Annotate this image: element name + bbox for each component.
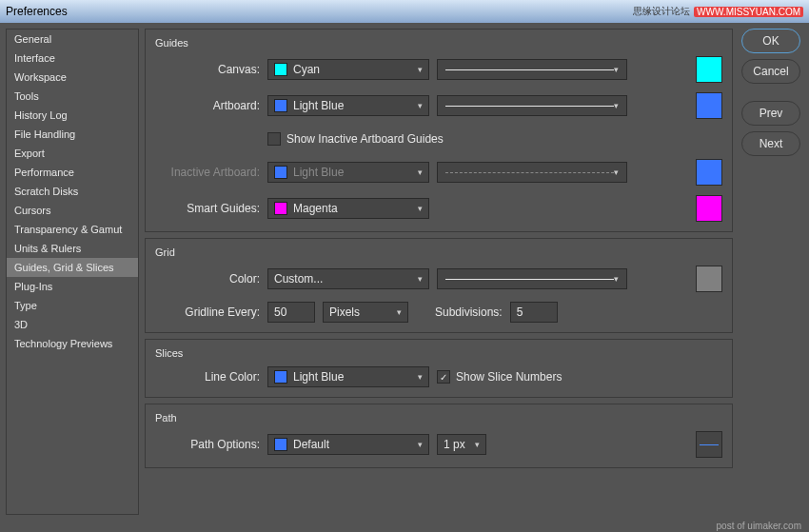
sidebar-item-guides-grid-slices[interactable]: Guides, Grid & Slices [7, 258, 138, 277]
preferences-window: Preferences 思缘设计论坛 WWW.MISSYUAN.COM Gene… [0, 0, 809, 532]
chevron-down-icon: ▾ [614, 101, 619, 110]
smart-swatch-icon [274, 202, 287, 215]
chevron-down-icon: ▾ [614, 167, 619, 177]
sidebar-item-3d[interactable]: 3D [7, 315, 138, 334]
sidebar-item-type[interactable]: Type [7, 296, 138, 315]
subdivisions-label: Subdivisions: [435, 305, 503, 319]
gridline-unit-select[interactable]: Pixels ▾ [323, 302, 408, 323]
grid-color-label: Color: [155, 272, 260, 286]
main-panel: Guides Canvas: Cyan ▾ ▾ Artboard: L [145, 29, 733, 515]
sidebar-item-units-rulers[interactable]: Units & Rulers [7, 239, 138, 258]
next-button[interactable]: Next [741, 131, 800, 156]
sidebar-item-general[interactable]: General [7, 30, 138, 49]
sidebar-item-file-handling[interactable]: File Handling [7, 125, 138, 144]
slices-title: Slices [155, 347, 722, 359]
smart-guides-label: Smart Guides: [155, 202, 260, 215]
prev-button[interactable]: Prev [741, 101, 800, 126]
canvas-color-swatch[interactable] [696, 56, 722, 83]
inactive-color-swatch[interactable] [696, 159, 722, 186]
artboard-color-swatch[interactable] [696, 92, 722, 119]
canvas-select[interactable]: Cyan ▾ [267, 59, 429, 80]
chevron-down-icon: ▾ [614, 274, 619, 284]
chevron-down-icon: ▾ [418, 204, 423, 213]
inactive-swatch-icon [274, 166, 287, 179]
guides-title: Guides [155, 37, 722, 49]
slice-color-label: Line Color: [155, 370, 260, 384]
canvas-label: Canvas: [155, 63, 260, 76]
chevron-down-icon: ▾ [397, 307, 402, 317]
path-swatch-icon [274, 438, 287, 451]
sidebar-item-scratch-disks[interactable]: Scratch Disks [7, 182, 138, 201]
path-options-label: Path Options: [155, 438, 260, 451]
path-options-select[interactable]: Default ▾ [267, 434, 429, 455]
sidebar-item-export[interactable]: Export [7, 144, 138, 163]
sidebar-item-cursors[interactable]: Cursors [7, 201, 138, 220]
artboard-linestyle-select[interactable]: ▾ [437, 95, 627, 116]
window-body: GeneralInterfaceWorkspaceToolsHistory Lo… [0, 23, 809, 521]
path-width-select[interactable]: 1 px ▾ [437, 434, 486, 455]
chevron-down-icon: ▾ [418, 372, 423, 382]
show-slice-numbers-checkbox[interactable]: ✓ [437, 370, 450, 384]
gridline-every-label: Gridline Every: [155, 305, 260, 319]
chevron-down-icon: ▾ [418, 167, 423, 177]
subdivisions-input[interactable] [510, 302, 558, 323]
artboard-label: Artboard: [155, 99, 260, 112]
guides-group: Guides Canvas: Cyan ▾ ▾ Artboard: L [145, 29, 733, 232]
chevron-down-icon: ▾ [418, 101, 423, 110]
ok-button[interactable]: OK [741, 29, 800, 53]
slice-color-select[interactable]: Light Blue ▾ [267, 366, 429, 387]
inactive-linestyle-select: ▾ [437, 162, 627, 183]
cancel-button[interactable]: Cancel [741, 59, 800, 84]
grid-linestyle-select[interactable]: ▾ [437, 268, 627, 289]
smart-guides-select[interactable]: Magenta ▾ [267, 198, 429, 219]
sidebar-item-history-log[interactable]: History Log [7, 106, 138, 125]
category-sidebar: GeneralInterfaceWorkspaceToolsHistory Lo… [6, 29, 139, 515]
smart-color-swatch[interactable] [696, 195, 722, 222]
show-inactive-label: Show Inactive Artboard Guides [286, 132, 444, 146]
gridline-every-input[interactable] [267, 302, 315, 323]
canvas-swatch-icon [274, 63, 287, 76]
sidebar-item-technology-previews[interactable]: Technology Previews [7, 334, 138, 353]
grid-group: Grid Color: Custom... ▾ ▾ Gridline Every… [145, 238, 733, 333]
grid-title: Grid [155, 246, 722, 258]
path-title: Path [155, 412, 722, 424]
watermark: 思缘设计论坛 WWW.MISSYUAN.COM [633, 5, 803, 18]
inactive-artboard-label: Inactive Artboard: [155, 166, 260, 179]
show-inactive-checkbox[interactable] [267, 132, 281, 146]
artboard-select[interactable]: Light Blue ▾ [267, 95, 429, 116]
right-buttons: OK Cancel Prev Next [739, 29, 803, 515]
titlebar: Preferences 思缘设计论坛 WWW.MISSYUAN.COM [0, 0, 809, 23]
canvas-linestyle-select[interactable]: ▾ [437, 59, 627, 80]
chevron-down-icon: ▾ [418, 274, 423, 284]
window-title: Preferences [6, 5, 68, 18]
chevron-down-icon: ▾ [418, 65, 423, 74]
slice-swatch-icon [274, 370, 287, 384]
artboard-swatch-icon [274, 99, 287, 112]
inactive-artboard-select: Light Blue ▾ [267, 162, 429, 183]
sidebar-item-performance[interactable]: Performance [7, 163, 138, 182]
sidebar-item-tools[interactable]: Tools [7, 87, 138, 106]
path-preview-swatch[interactable] [696, 431, 722, 458]
path-group: Path Path Options: Default ▾ 1 px ▾ [145, 404, 733, 468]
grid-color-swatch[interactable] [696, 266, 722, 292]
chevron-down-icon: ▾ [418, 440, 423, 449]
grid-color-select[interactable]: Custom... ▾ [267, 268, 429, 289]
slices-group: Slices Line Color: Light Blue ▾ ✓ Show S… [145, 339, 733, 398]
sidebar-item-plug-ins[interactable]: Plug-Ins [7, 277, 138, 296]
chevron-down-icon: ▾ [614, 65, 619, 74]
chevron-down-icon: ▾ [475, 440, 480, 449]
footer-watermark: post of uimaker.com [717, 521, 801, 531]
sidebar-item-interface[interactable]: Interface [7, 49, 138, 68]
sidebar-item-workspace[interactable]: Workspace [7, 68, 138, 87]
show-slice-numbers-label: Show Slice Numbers [456, 370, 562, 384]
sidebar-item-transparency-gamut[interactable]: Transparency & Gamut [7, 220, 138, 239]
